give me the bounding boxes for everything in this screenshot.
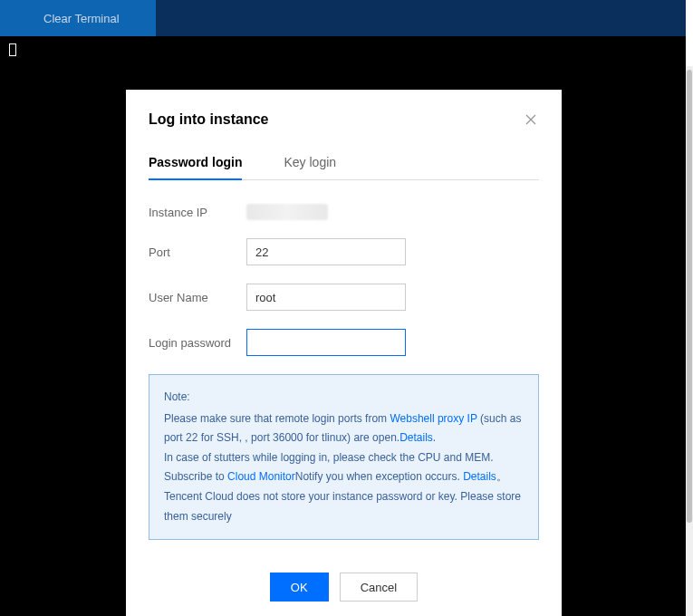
webshell-proxy-link[interactable]: Webshell proxy IP: [390, 412, 476, 425]
port-details-link[interactable]: Details: [399, 431, 433, 444]
scrollbar-thumb[interactable]: [687, 70, 692, 523]
cloud-monitor-link[interactable]: Cloud Monitor: [227, 470, 295, 483]
password-label: Login password: [149, 336, 246, 350]
header-bar: Clear Terminal: [0, 0, 686, 36]
modal-title: Log into instance: [149, 111, 268, 128]
monitor-details-link[interactable]: Details: [463, 470, 496, 483]
scrollbar-track[interactable]: [686, 66, 693, 616]
tab-key-login[interactable]: Key login: [284, 155, 336, 179]
note-text: .: [433, 431, 436, 444]
ok-button[interactable]: OK: [270, 573, 329, 602]
note-text: Notify you when exception occurs.: [295, 470, 463, 483]
note-box: Note: Please make sure that remote login…: [149, 374, 539, 540]
instance-ip-label: Instance IP: [149, 206, 246, 219]
cancel-button[interactable]: Cancel: [340, 573, 418, 602]
close-icon[interactable]: [523, 111, 539, 128]
note-text: Please make sure that remote login ports…: [164, 412, 390, 425]
username-label: User Name: [149, 291, 246, 304]
login-tabs: Password login Key login: [149, 155, 539, 180]
port-label: Port: [149, 245, 246, 259]
tab-password-login[interactable]: Password login: [149, 155, 242, 180]
password-input[interactable]: [246, 329, 406, 356]
login-modal: Log into instance Password login Key log…: [126, 90, 562, 616]
instance-ip-value: [246, 204, 328, 220]
username-input[interactable]: [246, 284, 406, 311]
terminal-body: [0, 36, 686, 66]
port-input[interactable]: [246, 238, 406, 265]
terminal-cursor: [9, 43, 16, 56]
clear-terminal-button[interactable]: Clear Terminal: [0, 0, 156, 36]
note-title: Note:: [164, 388, 524, 408]
note-text: 。: [496, 470, 507, 483]
note-text: Tencent Cloud does not store your instan…: [164, 490, 521, 523]
